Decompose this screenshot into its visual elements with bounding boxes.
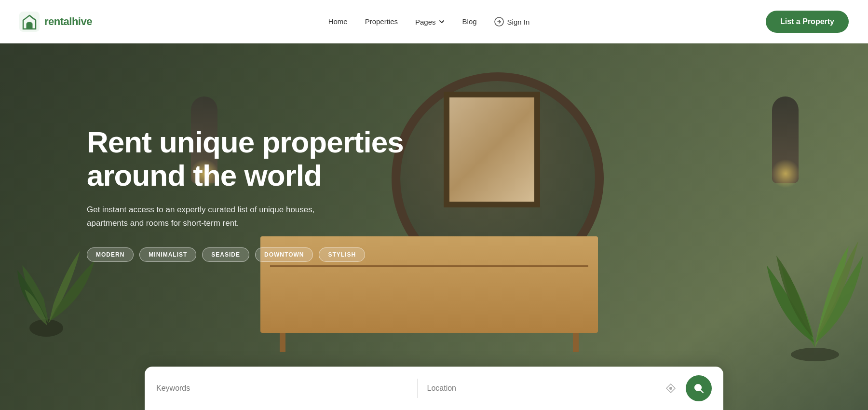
hero-content: Rent unique properties around the world …	[87, 125, 404, 262]
svg-point-2	[29, 319, 63, 337]
location-field	[427, 381, 678, 396]
logo-icon	[19, 12, 40, 32]
keywords-input[interactable]	[156, 384, 407, 393]
tag-minimalist[interactable]: MINIMALIST	[139, 247, 196, 262]
location-icon-button[interactable]	[664, 381, 678, 396]
tag-stylish[interactable]: STYLISH	[319, 247, 365, 262]
signin-link[interactable]: Sign In	[494, 17, 530, 27]
search-submit-button[interactable]	[686, 375, 712, 401]
tag-modern[interactable]: MODERN	[87, 247, 134, 262]
list-property-button[interactable]: List a Property	[766, 11, 849, 33]
chevron-down-icon	[438, 18, 445, 25]
search-bar	[145, 367, 723, 410]
location-input[interactable]	[427, 384, 657, 393]
hero-section: Rent unique properties around the world …	[0, 43, 868, 410]
nav-item-blog[interactable]: Blog	[462, 17, 477, 26]
picture-frame	[444, 92, 540, 207]
keywords-field	[156, 384, 407, 393]
nav-menu: Home Properties Pages Blog Sign In	[328, 17, 530, 27]
logo[interactable]: rentalhive	[19, 12, 92, 32]
svg-point-3	[791, 348, 839, 361]
signin-icon	[494, 17, 504, 27]
nav-item-properties[interactable]: Properties	[365, 17, 398, 26]
tag-downtown[interactable]: DOWNTOWN	[255, 247, 313, 262]
tag-seaside[interactable]: SEASIDE	[202, 247, 249, 262]
hero-tags: MODERN MINIMALIST SEASIDE DOWNTOWN STYLI…	[87, 247, 404, 262]
logo-text: rentalhive	[44, 15, 92, 28]
nav-item-home[interactable]: Home	[328, 17, 348, 26]
plant-right	[762, 169, 868, 362]
hero-subtitle: Get instant access to an expertly curate…	[87, 203, 357, 230]
hero-title: Rent unique properties around the world	[87, 125, 404, 192]
navbar: rentalhive Home Properties Pages Blog	[0, 0, 868, 43]
search-divider	[417, 379, 418, 398]
svg-point-4	[669, 387, 672, 390]
location-arrow-icon	[665, 383, 676, 394]
nav-item-pages[interactable]: Pages	[415, 18, 445, 26]
search-icon	[693, 383, 704, 394]
